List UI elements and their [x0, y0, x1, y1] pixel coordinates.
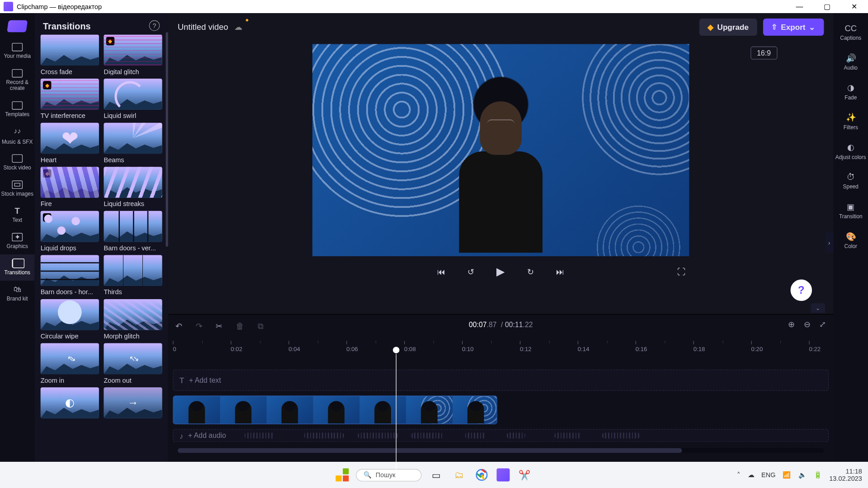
transition-preview: ◆ — [41, 79, 99, 110]
help-icon[interactable]: ? — [149, 20, 160, 31]
wifi-icon[interactable]: 📶 — [783, 471, 791, 479]
transition-item[interactable]: Circular wipe — [41, 299, 99, 340]
sidebar-item-text[interactable]: Text — [0, 202, 34, 228]
transition-label: Morph glitch — [104, 330, 162, 340]
zoom-in-button[interactable]: ⊕ — [788, 319, 795, 329]
clip-frame — [313, 396, 359, 424]
transition-item[interactable]: Heart — [41, 123, 99, 164]
undo-button[interactable]: ↶ — [175, 321, 183, 331]
scrollbar-thumb[interactable] — [178, 448, 682, 453]
transition-item[interactable]: Thirds — [104, 255, 162, 296]
start-button[interactable] — [335, 468, 349, 481]
right-rail-adjust-colors[interactable]: ◐Adjust colors — [834, 137, 868, 167]
right-rail-icon: ◑ — [845, 83, 856, 93]
transition-item[interactable] — [104, 387, 162, 421]
transition-item[interactable]: Cross fade — [41, 34, 99, 75]
sidebar-item-graphics[interactable]: Graphics — [0, 228, 34, 254]
cloud-sync-icon[interactable] — [234, 21, 245, 32]
transition-item[interactable]: ◆Fire — [41, 167, 99, 207]
zoom-out-button[interactable]: ⊖ — [804, 319, 811, 329]
video-preview[interactable] — [312, 44, 689, 256]
maximize-button[interactable]: ▢ — [813, 0, 841, 13]
export-label: Export — [781, 22, 805, 31]
right-rail-captions[interactable]: CCCaptions — [834, 18, 868, 48]
battery-icon[interactable]: 🔋 — [814, 471, 822, 479]
sidebar-item-templates[interactable]: Templates — [0, 96, 34, 122]
minimize-button[interactable]: — — [786, 0, 813, 13]
sidebar-item-stock-video[interactable]: Stock video — [0, 150, 34, 176]
transition-item[interactable]: Zoom out — [104, 343, 162, 384]
premium-badge-icon: ◆ — [43, 81, 51, 89]
timeline-scrollbar[interactable] — [178, 448, 824, 453]
transition-item[interactable]: ◆TV interference — [41, 79, 99, 119]
transition-item[interactable]: Barn doors - hor... — [41, 255, 99, 296]
right-rail-speed[interactable]: ⏱Speed — [834, 167, 868, 197]
ruler-tick: 0:22 — [809, 341, 821, 352]
taskbar-clock[interactable]: 11:18 13.02.2023 — [829, 468, 862, 482]
right-rail-audio[interactable]: 🔊Audio — [834, 47, 868, 77]
timecode: 00:07.87 / 00:11.22 — [469, 320, 533, 328]
snip-tool-button[interactable]: ✂️ — [517, 467, 532, 483]
clipchamp-logo[interactable] — [7, 20, 28, 32]
file-explorer-button[interactable]: 🗂 — [451, 467, 467, 483]
language-indicator[interactable]: ENG — [761, 471, 775, 479]
transition-item[interactable]: Beams — [104, 123, 162, 164]
volume-icon[interactable]: 🔈 — [798, 471, 807, 479]
waveform-hint — [304, 432, 344, 438]
forward-button[interactable]: ↻ — [524, 265, 537, 278]
taskbar-search[interactable]: 🔍 Пошук — [356, 469, 421, 481]
right-rail-transition[interactable]: ▣Transition — [834, 196, 868, 226]
right-rail-filters[interactable]: ✨Filters — [834, 107, 868, 137]
transition-item[interactable] — [41, 387, 99, 421]
transition-label — [41, 418, 99, 421]
video-clip[interactable]: 🔊 — [173, 396, 497, 424]
tray-chevron-icon[interactable]: ˄ — [737, 471, 741, 479]
transition-item[interactable]: ◆Digital glitch — [104, 34, 162, 75]
transition-item[interactable]: Liquid swirl — [104, 79, 162, 119]
sidebar-item-transitions[interactable]: Transitions — [0, 254, 34, 281]
right-rail-fade[interactable]: ◑Fade — [834, 77, 868, 107]
text-track-slot[interactable]: T + Add text — [173, 370, 829, 391]
waveform-hint — [507, 432, 525, 438]
fullscreen-button[interactable]: ⛶ — [675, 265, 688, 278]
waveform-hint — [554, 432, 581, 438]
sidebar-item-stock-images[interactable]: Stock images — [0, 176, 34, 202]
transition-item[interactable]: Zoom in — [41, 343, 99, 384]
transition-item[interactable]: Morph glitch — [104, 299, 162, 340]
transition-item[interactable]: Liquid streaks — [104, 167, 162, 207]
transition-preview — [104, 211, 162, 242]
delete-button[interactable]: 🗑 — [236, 321, 244, 331]
collapse-right-button[interactable]: › — [825, 232, 833, 253]
playhead[interactable] — [396, 354, 396, 479]
onedrive-icon[interactable]: ☁ — [748, 471, 755, 479]
seek-start-button[interactable]: ⏮ — [434, 265, 448, 278]
sidebar-item-music-sfx[interactable]: Music & SFX — [0, 122, 34, 150]
split-button[interactable]: ✂ — [216, 321, 223, 331]
clipchamp-taskbar-button[interactable] — [496, 468, 509, 481]
right-rail-color[interactable]: 🎨Color — [834, 226, 868, 256]
play-button[interactable]: ▶ — [494, 265, 507, 278]
sidebar-item-brand-kit[interactable]: Brand kit — [0, 281, 34, 307]
project-title[interactable]: Untitled video — [178, 22, 228, 32]
sidebar-item-record-create[interactable]: Record & create — [0, 64, 34, 96]
redo-button[interactable]: ↷ — [196, 321, 203, 331]
close-button[interactable]: ✕ — [840, 0, 868, 13]
export-button[interactable]: ⇧ Export ⌄ — [763, 18, 824, 35]
rewind-button[interactable]: ↺ — [464, 265, 477, 278]
duplicate-button[interactable]: ⧉ — [258, 321, 264, 331]
aspect-ratio-button[interactable]: 16:9 — [750, 47, 778, 60]
task-view-button[interactable]: ▭ — [429, 467, 444, 483]
clip-frame — [266, 396, 313, 424]
transition-item[interactable]: ◆Liquid drops — [41, 211, 99, 252]
seek-end-button[interactable]: ⏭ — [554, 265, 567, 278]
chrome-button[interactable] — [474, 467, 489, 483]
transition-preview — [104, 343, 162, 375]
upgrade-button[interactable]: ◆ Upgrade — [699, 18, 757, 35]
sidebar-item-your-media[interactable]: Your media — [0, 38, 34, 64]
transition-preview — [104, 79, 162, 110]
transition-item[interactable]: Barn doors - ver... — [104, 211, 162, 252]
collapse-preview-button[interactable]: ⌄ — [811, 303, 825, 313]
help-fab[interactable]: ? — [791, 279, 812, 300]
zoom-fit-button[interactable]: ⤢ — [819, 319, 826, 329]
time-ruler[interactable]: 00:020:040:060:080:100:120:140:160:180:2… — [173, 337, 829, 354]
